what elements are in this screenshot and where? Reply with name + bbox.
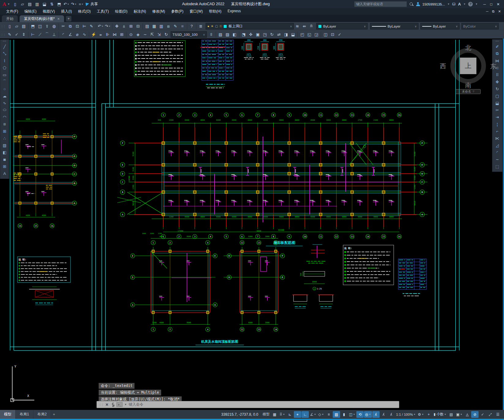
isolate-objects-button[interactable]: ◬ [464, 411, 471, 418]
zoom-realtime-icon[interactable]: ± [120, 23, 127, 30]
menu-5[interactable]: 工具(T) [94, 9, 112, 14]
menu-6[interactable]: 绘图(D) [112, 9, 131, 14]
annotation-monitor-toggle[interactable]: ◎▼ [364, 411, 372, 418]
dimstyle-dropdown[interactable]: TSSD_100_100 ∨ [171, 31, 207, 38]
block-write-icon[interactable]: ◧ [231, 31, 238, 38]
explode-icon[interactable]: ⬚ [494, 163, 501, 170]
open-icon[interactable]: ▱ [13, 23, 20, 30]
ellipse-icon[interactable]: ⬭ [1, 107, 8, 113]
dynamic-ucs-toggle[interactable]: ◫▼ [348, 411, 356, 418]
rotate-icon[interactable]: ↻ [494, 85, 501, 92]
spell-check-icon[interactable]: ✓ [13, 31, 20, 38]
view-detail-icon[interactable]: ⊡ [329, 31, 336, 38]
layer-previous-icon[interactable]: ⇚ [301, 23, 308, 30]
snap-mode-toggle[interactable]: ⠿▼ [279, 411, 286, 418]
move-objects-icon[interactable]: ✜ [247, 31, 254, 38]
3d-orbit-icon[interactable]: ◍ [51, 23, 58, 30]
user-icon[interactable] [416, 2, 420, 6]
menu-7[interactable]: 标注(N) [131, 9, 149, 14]
menu-1[interactable]: 编辑(E) [21, 9, 40, 14]
multiline-text-icon[interactable]: A [1, 170, 8, 177]
dim-edit-icon[interactable]: ⇱ [149, 31, 156, 38]
dim-update-icon[interactable]: ↻ [163, 31, 170, 38]
qat-mobile-icon[interactable]: ⇅ [48, 1, 55, 7]
polygon-icon[interactable]: ⬠ [1, 64, 8, 71]
spline-icon[interactable]: ∿ [1, 100, 8, 106]
construction-line-icon[interactable]: ⤡ [1, 50, 8, 57]
linetype-dropdown[interactable]: ByLayer ∨ [370, 23, 419, 29]
qat-more-icon[interactable]: =▼ [78, 1, 85, 7]
arc-icon[interactable]: ⌒ [1, 78, 8, 85]
array-icon[interactable]: ⠿ [494, 71, 501, 78]
dim-linear-icon[interactable]: ⊢ [29, 31, 36, 38]
table-icon[interactable]: ⊞ [1, 163, 8, 170]
dim-ordinate-icon[interactable]: ⊥ [51, 31, 58, 38]
viewcube-east[interactable]: 东 [490, 62, 496, 70]
layout-tab-布局2[interactable]: 布局2 [33, 410, 51, 419]
lineweight-dropdown[interactable]: ByLayer ∨ [420, 23, 460, 29]
design-center-icon[interactable]: ▦ [151, 23, 158, 30]
move-icon[interactable]: ✥ [494, 78, 501, 85]
revision-cloud-icon[interactable]: ☁ [1, 93, 8, 99]
toolbar-grip2[interactable]: ⋮⋮ [1, 33, 6, 36]
qat-open-icon[interactable]: ▱ [19, 1, 26, 7]
copy-clip-icon[interactable]: ⧉ [67, 23, 74, 30]
plotstyle-dropdown[interactable]: ByColor ∨ [461, 23, 499, 29]
ucs-icon-toggle-toggle[interactable]: ⟲ [356, 411, 364, 418]
dim-break-icon[interactable]: ⋈ [111, 31, 118, 38]
edit-base-icon[interactable]: ⬔ [240, 31, 247, 38]
quick-properties-button[interactable]: ▤ [448, 411, 455, 418]
match-properties-icon[interactable]: ⊨ [81, 23, 88, 30]
doc-restore-button[interactable]: ⧉ [492, 9, 495, 13]
toolbar-grip[interactable]: ⋮⋮ [1, 25, 6, 28]
grid-display-toggle[interactable]: ▦ [271, 411, 278, 418]
zoom-window-icon[interactable]: ⊞ [127, 23, 135, 30]
share-button[interactable]: 共享 [86, 2, 98, 7]
viewcube-south[interactable]: 南 [465, 81, 471, 89]
gradient-icon[interactable]: ◧ [1, 149, 8, 156]
viewcube-top-face[interactable]: 上 [460, 58, 476, 74]
tool-palettes-icon[interactable]: ▥ [158, 23, 165, 30]
region-icon[interactable]: ◙ [1, 156, 8, 163]
publish-icon[interactable]: ⇪ [44, 23, 51, 30]
markup-icon[interactable]: ✎ [172, 23, 179, 30]
transparency-toggle[interactable]: ▨ [333, 411, 340, 418]
app-store-icon[interactable]: ⛁ [452, 2, 456, 6]
block-editor-icon[interactable]: ✎ [88, 23, 95, 30]
erase-icon[interactable]: ✐ [494, 43, 501, 50]
properties-icon[interactable]: ▤ [144, 23, 151, 30]
clean-screen-button[interactable]: ⤢ [487, 411, 494, 418]
layer-properties-icon[interactable]: ≣ [197, 23, 204, 30]
command-grip[interactable]: ⋮⋮ [99, 403, 104, 406]
mirror-copy-icon[interactable]: ⬓ [290, 31, 297, 38]
qat-plot-icon[interactable]: ⬒ [56, 1, 63, 7]
isometric-drafting-toggle[interactable]: ◇▼ [317, 411, 325, 418]
quick-calc-icon[interactable]: ⌗ [179, 23, 186, 30]
menu-2[interactable]: 视图(V) [40, 9, 58, 14]
menu-11[interactable]: 帮助(H) [206, 9, 225, 14]
annotation-scale-button[interactable]: 1:1 / 100%▼ [395, 411, 417, 418]
dim-space-icon[interactable]: ⇳ [208, 31, 215, 38]
color-dropdown[interactable]: ByLayer ∨ [316, 23, 368, 29]
qat-saveas-icon[interactable]: ▥ [34, 1, 40, 7]
chamfer-icon[interactable]: ◿ [494, 142, 501, 149]
polyline-icon[interactable]: ⌇ [1, 57, 8, 64]
drawing-canvas[interactable]: 200200GZ1200250GZ2250300GZ31122334455667… [0, 39, 504, 410]
tab-close-icon[interactable]: ✕ [57, 17, 60, 21]
block-insert-icon[interactable]: ▨ [224, 31, 231, 38]
command-prompt-icon[interactable]: >_ [116, 402, 123, 407]
annotation-sync-toggle[interactable]: ʎ [388, 411, 395, 418]
autodesk-a-icon[interactable]: A [458, 2, 461, 6]
center-mark-icon[interactable]: ⊙ [127, 31, 135, 38]
layer-states-icon[interactable]: ≋ [294, 23, 301, 30]
model-space-button[interactable]: 模型 [262, 411, 271, 418]
break-icon[interactable]: ⌐ [494, 128, 501, 134]
dim-angular-icon[interactable]: ∠ [67, 31, 74, 38]
command-line[interactable]: ⋮⋮ ✕ >_ ▼ 键入命令 [97, 401, 399, 408]
fillet-icon[interactable]: ◜ [494, 149, 501, 156]
menu-12[interactable]: Express [225, 9, 244, 14]
hardware-acceleration-button[interactable]: ⊘ [471, 411, 479, 418]
layer-dropdown[interactable]: ● ☀ ▢ ⚿ 板上洞口 ∨ [206, 23, 294, 29]
dim-diameter-icon[interactable]: ⌀ [74, 31, 81, 38]
extend-icon[interactable]: ⇥ [494, 114, 501, 120]
